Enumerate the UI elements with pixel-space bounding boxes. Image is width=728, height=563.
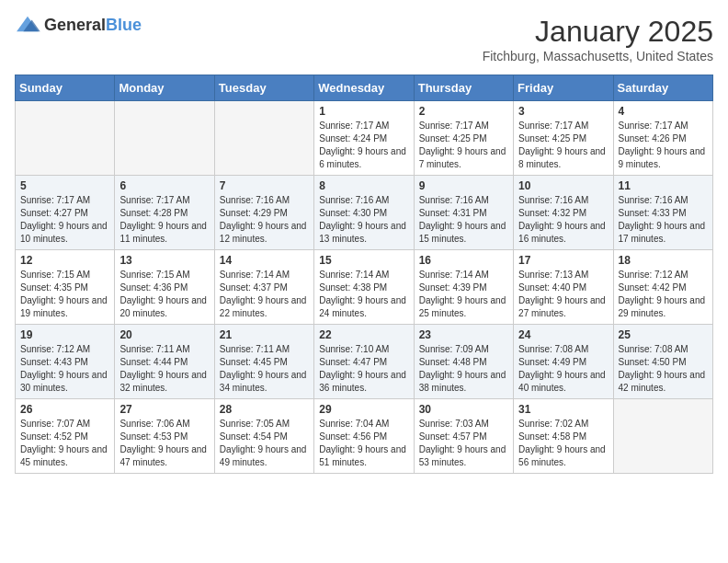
day-info: Sunrise: 7:07 AM Sunset: 4:52 PM Dayligh… xyxy=(20,418,109,469)
weekday-header-thursday: Thursday xyxy=(414,75,513,101)
calendar-cell: 1Sunrise: 7:17 AM Sunset: 4:24 PM Daylig… xyxy=(314,101,414,176)
logo-icon xyxy=(15,15,40,35)
day-info: Sunrise: 7:06 AM Sunset: 4:53 PM Dayligh… xyxy=(119,418,209,469)
title-block: January 2025 Fitchburg, Massachusetts, U… xyxy=(483,15,713,63)
day-info: Sunrise: 7:17 AM Sunset: 4:24 PM Dayligh… xyxy=(319,120,408,171)
day-number: 10 xyxy=(518,179,608,192)
calendar-cell: 20Sunrise: 7:11 AM Sunset: 4:44 PM Dayli… xyxy=(115,325,214,399)
day-number: 30 xyxy=(419,403,508,416)
calendar-cell: 11Sunrise: 7:16 AM Sunset: 4:33 PM Dayli… xyxy=(613,176,712,250)
calendar-week-2: 5Sunrise: 7:17 AM Sunset: 4:27 PM Daylig… xyxy=(16,176,713,250)
day-number: 27 xyxy=(119,403,209,416)
day-number: 6 xyxy=(119,179,209,192)
day-info: Sunrise: 7:12 AM Sunset: 4:42 PM Dayligh… xyxy=(619,269,708,320)
day-info: Sunrise: 7:11 AM Sunset: 4:44 PM Dayligh… xyxy=(119,343,209,395)
day-info: Sunrise: 7:17 AM Sunset: 4:27 PM Dayligh… xyxy=(20,194,109,246)
day-number: 8 xyxy=(319,179,408,192)
day-number: 15 xyxy=(319,254,408,267)
day-info: Sunrise: 7:12 AM Sunset: 4:43 PM Dayligh… xyxy=(20,343,109,395)
calendar-cell: 3Sunrise: 7:17 AM Sunset: 4:25 PM Daylig… xyxy=(514,101,613,176)
day-info: Sunrise: 7:16 AM Sunset: 4:29 PM Dayligh… xyxy=(220,194,309,246)
weekday-header-wednesday: Wednesday xyxy=(314,75,414,101)
day-info: Sunrise: 7:03 AM Sunset: 4:57 PM Dayligh… xyxy=(419,418,508,469)
day-number: 28 xyxy=(220,403,309,416)
calendar-cell: 6Sunrise: 7:17 AM Sunset: 4:28 PM Daylig… xyxy=(115,176,214,250)
day-number: 17 xyxy=(518,254,608,267)
calendar-cell: 2Sunrise: 7:17 AM Sunset: 4:25 PM Daylig… xyxy=(414,101,513,176)
day-info: Sunrise: 7:15 AM Sunset: 4:36 PM Dayligh… xyxy=(119,269,209,320)
calendar-cell: 24Sunrise: 7:08 AM Sunset: 4:49 PM Dayli… xyxy=(514,325,613,399)
logo-general: General xyxy=(44,16,106,34)
weekday-header-sunday: Sunday xyxy=(16,75,115,101)
day-number: 14 xyxy=(220,254,309,267)
day-info: Sunrise: 7:14 AM Sunset: 4:38 PM Dayligh… xyxy=(319,269,408,320)
calendar-cell: 7Sunrise: 7:16 AM Sunset: 4:29 PM Daylig… xyxy=(214,176,313,250)
location: Fitchburg, Massachusetts, United States xyxy=(483,49,713,63)
day-number: 26 xyxy=(20,403,109,416)
day-info: Sunrise: 7:17 AM Sunset: 4:25 PM Dayligh… xyxy=(419,120,508,171)
day-number: 29 xyxy=(319,403,408,416)
day-info: Sunrise: 7:16 AM Sunset: 4:33 PM Dayligh… xyxy=(619,194,708,246)
day-info: Sunrise: 7:17 AM Sunset: 4:26 PM Dayligh… xyxy=(619,120,708,171)
month-title: January 2025 xyxy=(483,15,713,49)
calendar-cell: 25Sunrise: 7:08 AM Sunset: 4:50 PM Dayli… xyxy=(613,325,712,399)
day-info: Sunrise: 7:17 AM Sunset: 4:25 PM Dayligh… xyxy=(518,120,608,171)
day-number: 23 xyxy=(419,328,508,341)
logo: GeneralBlue xyxy=(15,15,142,35)
calendar-cell: 13Sunrise: 7:15 AM Sunset: 4:36 PM Dayli… xyxy=(115,250,214,325)
day-info: Sunrise: 7:16 AM Sunset: 4:32 PM Dayligh… xyxy=(518,194,608,246)
day-number: 7 xyxy=(220,179,309,192)
calendar-cell: 27Sunrise: 7:06 AM Sunset: 4:53 PM Dayli… xyxy=(115,399,214,474)
calendar-cell: 29Sunrise: 7:04 AM Sunset: 4:56 PM Dayli… xyxy=(314,399,414,474)
day-number: 11 xyxy=(619,179,708,192)
calendar-cell: 12Sunrise: 7:15 AM Sunset: 4:35 PM Dayli… xyxy=(16,250,115,325)
day-info: Sunrise: 7:14 AM Sunset: 4:39 PM Dayligh… xyxy=(419,269,508,320)
calendar-cell xyxy=(613,399,712,474)
weekday-header-tuesday: Tuesday xyxy=(214,75,313,101)
day-number: 19 xyxy=(20,328,109,341)
day-number: 21 xyxy=(220,328,309,341)
calendar-cell xyxy=(115,101,214,176)
calendar-cell: 8Sunrise: 7:16 AM Sunset: 4:30 PM Daylig… xyxy=(314,176,414,250)
day-info: Sunrise: 7:17 AM Sunset: 4:28 PM Dayligh… xyxy=(119,194,209,246)
calendar-week-1: 1Sunrise: 7:17 AM Sunset: 4:24 PM Daylig… xyxy=(16,101,713,176)
page-header: GeneralBlue January 2025 Fitchburg, Mass… xyxy=(15,15,713,63)
day-info: Sunrise: 7:08 AM Sunset: 4:49 PM Dayligh… xyxy=(518,343,608,395)
day-number: 18 xyxy=(619,254,708,267)
calendar-cell: 16Sunrise: 7:14 AM Sunset: 4:39 PM Dayli… xyxy=(414,250,513,325)
day-number: 9 xyxy=(419,179,508,192)
day-number: 20 xyxy=(119,328,209,341)
calendar-week-4: 19Sunrise: 7:12 AM Sunset: 4:43 PM Dayli… xyxy=(16,325,713,399)
calendar-cell: 14Sunrise: 7:14 AM Sunset: 4:37 PM Dayli… xyxy=(214,250,313,325)
day-info: Sunrise: 7:15 AM Sunset: 4:35 PM Dayligh… xyxy=(20,269,109,320)
calendar-week-3: 12Sunrise: 7:15 AM Sunset: 4:35 PM Dayli… xyxy=(16,250,713,325)
day-number: 3 xyxy=(518,105,608,118)
calendar-cell xyxy=(16,101,115,176)
calendar-cell: 5Sunrise: 7:17 AM Sunset: 4:27 PM Daylig… xyxy=(16,176,115,250)
calendar-cell: 4Sunrise: 7:17 AM Sunset: 4:26 PM Daylig… xyxy=(613,101,712,176)
day-number: 24 xyxy=(518,328,608,341)
calendar-cell: 31Sunrise: 7:02 AM Sunset: 4:58 PM Dayli… xyxy=(514,399,613,474)
calendar-table: SundayMondayTuesdayWednesdayThursdayFrid… xyxy=(15,75,713,474)
calendar-week-5: 26Sunrise: 7:07 AM Sunset: 4:52 PM Dayli… xyxy=(16,399,713,474)
day-info: Sunrise: 7:08 AM Sunset: 4:50 PM Dayligh… xyxy=(619,343,708,395)
day-number: 4 xyxy=(619,105,708,118)
day-number: 31 xyxy=(518,403,608,416)
day-number: 22 xyxy=(319,328,408,341)
day-info: Sunrise: 7:11 AM Sunset: 4:45 PM Dayligh… xyxy=(220,343,309,395)
calendar-cell: 26Sunrise: 7:07 AM Sunset: 4:52 PM Dayli… xyxy=(16,399,115,474)
day-info: Sunrise: 7:13 AM Sunset: 4:40 PM Dayligh… xyxy=(518,269,608,320)
day-number: 13 xyxy=(119,254,209,267)
day-info: Sunrise: 7:16 AM Sunset: 4:30 PM Dayligh… xyxy=(319,194,408,246)
calendar-cell: 15Sunrise: 7:14 AM Sunset: 4:38 PM Dayli… xyxy=(314,250,414,325)
calendar-cell: 19Sunrise: 7:12 AM Sunset: 4:43 PM Dayli… xyxy=(16,325,115,399)
day-info: Sunrise: 7:14 AM Sunset: 4:37 PM Dayligh… xyxy=(220,269,309,320)
day-info: Sunrise: 7:10 AM Sunset: 4:47 PM Dayligh… xyxy=(319,343,408,395)
day-info: Sunrise: 7:04 AM Sunset: 4:56 PM Dayligh… xyxy=(319,418,408,469)
day-number: 12 xyxy=(20,254,109,267)
calendar-cell: 22Sunrise: 7:10 AM Sunset: 4:47 PM Dayli… xyxy=(314,325,414,399)
calendar-cell: 21Sunrise: 7:11 AM Sunset: 4:45 PM Dayli… xyxy=(214,325,313,399)
calendar-cell: 30Sunrise: 7:03 AM Sunset: 4:57 PM Dayli… xyxy=(414,399,513,474)
weekday-header-saturday: Saturday xyxy=(613,75,712,101)
calendar-cell: 9Sunrise: 7:16 AM Sunset: 4:31 PM Daylig… xyxy=(414,176,513,250)
